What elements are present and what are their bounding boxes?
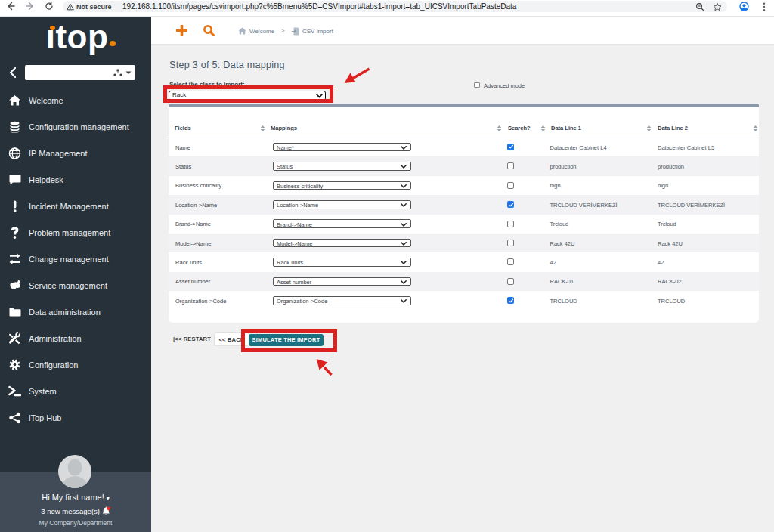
svg-text:ıtop: ıtop: [46, 18, 109, 55]
